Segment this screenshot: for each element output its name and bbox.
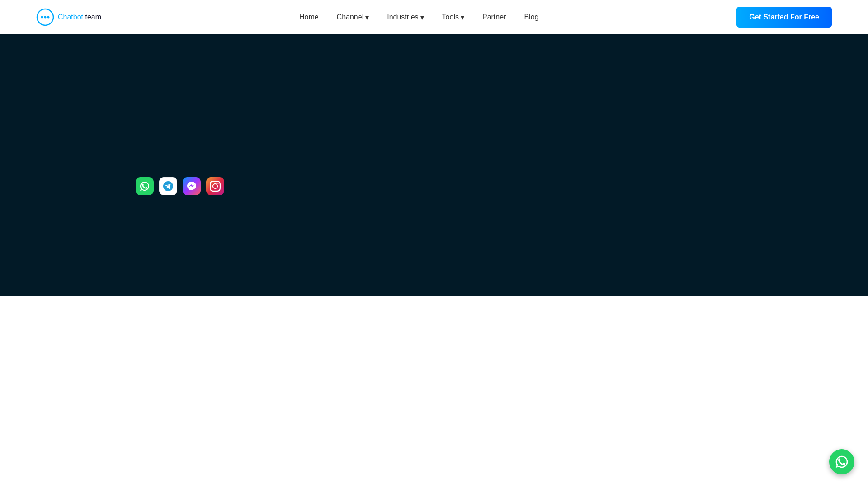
social-icons-row: [136, 177, 303, 195]
logo-chatbot: Chatbot: [58, 13, 83, 21]
channel-chevron-icon: ▾: [365, 13, 369, 22]
instagram-svg: [210, 181, 221, 192]
tools-chevron-icon: ▾: [461, 13, 464, 22]
messenger-channel-icon[interactable]: [183, 177, 201, 195]
svg-point-3: [47, 16, 50, 19]
whatsapp-svg: [139, 181, 150, 192]
nav-item-home[interactable]: Home: [299, 13, 319, 21]
nav-item-blog[interactable]: Blog: [524, 13, 538, 21]
logo[interactable]: Chatbot.team: [36, 8, 101, 26]
hero-section: [0, 34, 868, 296]
whatsapp-channel-icon[interactable]: [136, 177, 154, 195]
instagram-channel-icon[interactable]: [206, 177, 224, 195]
navbar-nav: Home Channel ▾ Industries ▾ Tools ▾ Part…: [299, 13, 539, 22]
nav-link-industries[interactable]: Industries ▾: [387, 13, 424, 22]
svg-point-2: [44, 16, 47, 19]
logo-text: Chatbot.team: [58, 13, 101, 21]
logo-icon: [36, 8, 54, 26]
get-started-button[interactable]: Get Started For Free: [736, 7, 832, 28]
nav-item-partner[interactable]: Partner: [482, 13, 506, 21]
whatsapp-float-button[interactable]: [829, 449, 854, 474]
navbar: Chatbot.team Home Channel ▾ Industries ▾…: [0, 0, 868, 34]
telegram-svg: [163, 181, 174, 192]
nav-link-tools[interactable]: Tools ▾: [442, 13, 464, 22]
nav-link-channel[interactable]: Channel ▾: [337, 13, 369, 22]
nav-link-blog[interactable]: Blog: [524, 13, 538, 21]
nav-item-industries[interactable]: Industries ▾: [387, 13, 424, 22]
nav-link-partner[interactable]: Partner: [482, 13, 506, 21]
messenger-svg: [186, 181, 197, 192]
hero-divider: [136, 150, 303, 150]
below-fold-section: [0, 296, 868, 488]
svg-point-1: [41, 16, 43, 19]
nav-link-home[interactable]: Home: [299, 13, 319, 21]
nav-item-channel[interactable]: Channel ▾: [337, 13, 369, 22]
telegram-channel-icon[interactable]: [159, 177, 177, 195]
whatsapp-float-icon: [835, 455, 849, 469]
nav-item-tools[interactable]: Tools ▾: [442, 13, 464, 22]
hero-content: [136, 136, 303, 195]
industries-chevron-icon: ▾: [420, 13, 424, 22]
logo-team: team: [85, 13, 102, 21]
